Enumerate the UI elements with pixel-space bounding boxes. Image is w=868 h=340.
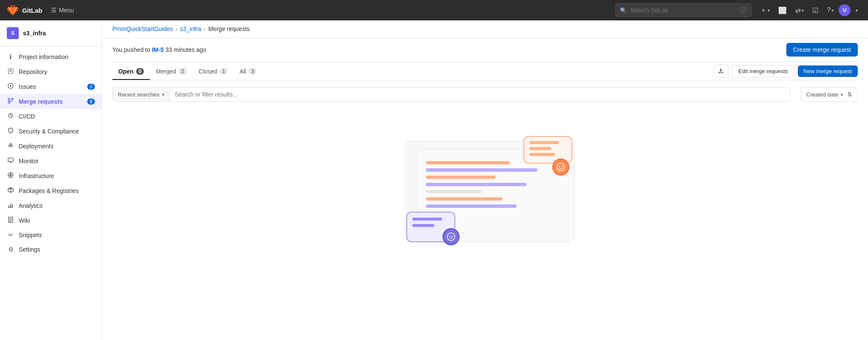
todo-icon: ⬜ bbox=[778, 6, 787, 14]
illus-code-lines bbox=[426, 161, 565, 208]
sidebar-item-label: Issues bbox=[19, 83, 36, 90]
sidebar-item-cicd[interactable]: CI/CD bbox=[0, 109, 102, 124]
tab-closed[interactable]: Closed 1 bbox=[193, 64, 234, 80]
sidebar-item-security-compliance[interactable]: Security & Compliance bbox=[0, 124, 102, 139]
sidebar-item-packages-registries[interactable]: Packages & Registries bbox=[0, 183, 102, 198]
sidebar-item-label: Project information bbox=[19, 54, 69, 60]
sidebar-item-settings[interactable]: ⚙ Settings bbox=[0, 242, 102, 257]
sidebar-item-label: Monitor bbox=[19, 158, 39, 164]
illus-line-5 bbox=[426, 190, 482, 193]
todo-button[interactable]: ⬜ bbox=[775, 4, 790, 17]
chevron-down-icon-3: ▾ bbox=[831, 8, 834, 13]
illus-avatar-left bbox=[443, 228, 460, 245]
main-layout: S s3_infra ℹ Project information Reposit… bbox=[0, 20, 868, 340]
illus-bubble-left-line-2 bbox=[412, 224, 434, 227]
svg-rect-14 bbox=[9, 205, 9, 207]
breadcrumb-project-link[interactable]: s3_infra bbox=[180, 26, 201, 32]
svg-point-20 bbox=[557, 163, 565, 171]
search-icon: 🔍 bbox=[620, 7, 627, 14]
search-kbd-hint: / bbox=[741, 7, 747, 14]
sidebar-item-project-information[interactable]: ℹ Project information bbox=[0, 50, 102, 64]
export-button[interactable] bbox=[713, 65, 728, 78]
help-icon: ? bbox=[827, 6, 831, 14]
sidebar-item-analytics[interactable]: Analytics bbox=[0, 198, 102, 213]
project-avatar: S bbox=[7, 27, 19, 39]
push-prefix: You pushed to bbox=[112, 46, 150, 53]
illus-line-1 bbox=[426, 161, 510, 164]
chevron-down-icon: ▾ bbox=[768, 8, 770, 13]
svg-point-3 bbox=[11, 98, 13, 100]
illus-line-2 bbox=[426, 168, 537, 172]
sidebar-item-issues[interactable]: Issues 0 bbox=[0, 79, 102, 94]
dropdown-chevron-icon: ▾ bbox=[162, 92, 164, 97]
create-merge-request-button[interactable]: Create merge request bbox=[786, 43, 858, 57]
sidebar-navigation: ℹ Project information Repository Issues … bbox=[0, 46, 102, 340]
merge-request-nav-button[interactable]: ⇄ ▾ bbox=[792, 4, 807, 17]
gitlab-logo-link[interactable]: GitLab bbox=[7, 4, 43, 16]
recent-searches-label: Recent searches bbox=[118, 91, 160, 98]
tabs-actions: Edit merge requests New merge request bbox=[713, 65, 858, 79]
illus-avatar-right bbox=[552, 159, 569, 176]
packages-icon bbox=[7, 187, 14, 195]
sidebar-item-label: Snippets bbox=[19, 232, 42, 238]
filter-bar: Recent searches ▾ bbox=[112, 87, 791, 102]
merge-requests-badge: 0 bbox=[87, 99, 95, 105]
tab-all[interactable]: All 3 bbox=[234, 64, 263, 80]
user-avatar[interactable]: U bbox=[839, 4, 851, 16]
push-branch-link[interactable]: IM-5 bbox=[152, 46, 164, 53]
issues-nav-button[interactable]: ☑ bbox=[809, 4, 822, 17]
search-input[interactable] bbox=[630, 7, 738, 14]
illus-line-3 bbox=[426, 176, 496, 179]
help-button[interactable]: ? ▾ bbox=[823, 4, 837, 17]
sidebar-item-label: Wiki bbox=[19, 217, 30, 224]
global-search-box[interactable]: 🔍 / bbox=[615, 3, 751, 17]
issues-icon bbox=[7, 82, 14, 91]
sidebar-item-merge-requests[interactable]: Merge requests 0 bbox=[0, 94, 102, 109]
illus-bubble-left-line-1 bbox=[412, 218, 442, 221]
breadcrumb-org-link[interactable]: PmmQuickStartGuides bbox=[112, 26, 173, 32]
user-chevron[interactable]: ▾ bbox=[852, 6, 861, 15]
breadcrumb-current: Merge requests bbox=[208, 26, 250, 32]
sidebar-item-wiki[interactable]: Wiki bbox=[0, 213, 102, 228]
menu-label: Menu bbox=[59, 7, 74, 14]
edit-merge-requests-button[interactable]: Edit merge requests bbox=[732, 65, 794, 77]
recent-searches-dropdown[interactable]: Recent searches ▾ bbox=[113, 88, 170, 101]
svg-point-2 bbox=[8, 98, 10, 100]
export-icon bbox=[718, 68, 724, 75]
sidebar-item-snippets[interactable]: ✂ Snippets bbox=[0, 228, 102, 242]
sort-dropdown[interactable]: Created date ▾ ⇅ bbox=[801, 87, 858, 102]
project-header[interactable]: S s3_infra bbox=[0, 20, 102, 46]
filter-search-input[interactable] bbox=[170, 88, 790, 101]
face-icon-right bbox=[556, 162, 565, 172]
illus-bubble-right-line-3 bbox=[529, 153, 555, 156]
sidebar-item-repository[interactable]: Repository bbox=[0, 64, 102, 79]
sidebar-item-deployments[interactable]: Deployments bbox=[0, 139, 102, 153]
project-name: s3_infra bbox=[23, 30, 46, 37]
filter-row: Recent searches ▾ Created date ▾ ⇅ bbox=[112, 87, 858, 102]
sidebar-item-label: Merge requests bbox=[19, 98, 63, 105]
illus-line-4 bbox=[426, 183, 526, 186]
sidebar-item-monitor[interactable]: Monitor bbox=[0, 153, 102, 168]
checklist-icon: ☑ bbox=[812, 6, 818, 14]
tab-open[interactable]: Open 0 bbox=[112, 64, 150, 80]
new-item-button[interactable]: ＋ ▾ bbox=[757, 3, 773, 17]
gitlab-logo-icon bbox=[7, 4, 19, 16]
menu-button[interactable]: ☰ Menu bbox=[48, 4, 77, 16]
sidebar-item-label: Repository bbox=[19, 68, 47, 75]
tab-closed-label: Closed bbox=[199, 68, 217, 75]
empty-state bbox=[112, 108, 858, 278]
infrastructure-icon bbox=[7, 172, 14, 180]
svg-point-1 bbox=[10, 85, 11, 87]
sidebar-item-infrastructure[interactable]: Infrastructure bbox=[0, 168, 102, 183]
svg-rect-16 bbox=[12, 204, 13, 207]
sidebar-item-label: Deployments bbox=[19, 143, 54, 150]
avatar-initial: U bbox=[843, 7, 847, 13]
tab-merged[interactable]: Merged 2 bbox=[150, 64, 192, 80]
sidebar-item-label: Security & Compliance bbox=[19, 128, 79, 135]
svg-point-25 bbox=[452, 236, 453, 237]
new-merge-request-button[interactable]: New merge request bbox=[798, 65, 858, 77]
sort-chevron-icon: ▾ bbox=[841, 92, 843, 97]
svg-point-23 bbox=[447, 233, 455, 241]
tab-merged-count: 2 bbox=[179, 68, 187, 75]
tab-all-count: 3 bbox=[248, 68, 257, 75]
